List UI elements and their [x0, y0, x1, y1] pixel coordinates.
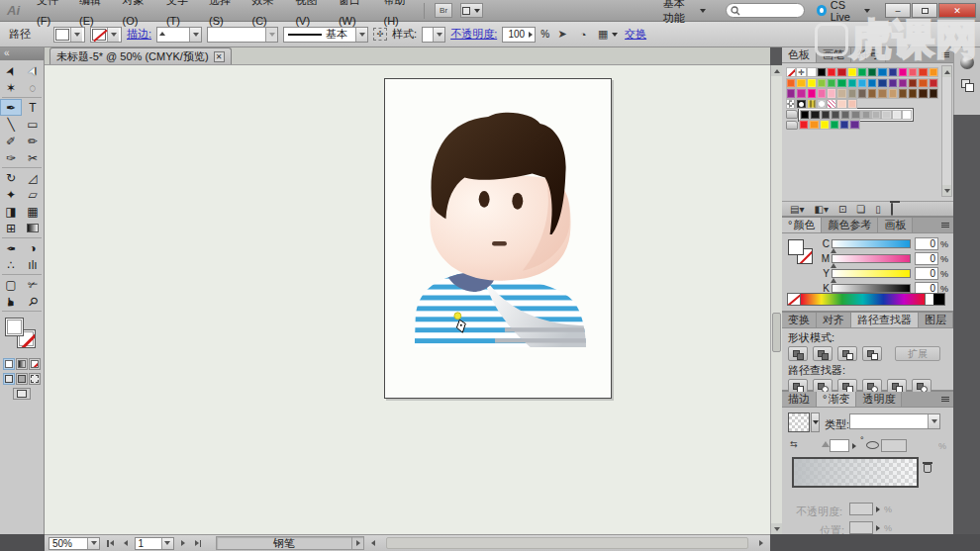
K-slider[interactable]	[832, 284, 911, 293]
swatch[interactable]	[796, 78, 806, 88]
menu-item-2[interactable]: 对象(O)	[114, 0, 157, 32]
swatch[interactable]	[836, 78, 846, 88]
reverse-gradient-icon[interactable]: ⇆	[790, 439, 798, 449]
zoom-level-select[interactable]: 50%	[49, 537, 100, 550]
gradient-opacity-input[interactable]	[849, 503, 873, 515]
swatch[interactable]	[839, 120, 849, 130]
gradient-thumbnail-dropdown[interactable]	[811, 413, 820, 432]
selection-tool[interactable]: ➤	[0, 62, 22, 79]
swatches-scrollbar[interactable]	[941, 65, 952, 197]
close-document-icon[interactable]: ✕	[214, 51, 225, 62]
fill-box[interactable]	[788, 239, 804, 255]
draw-normal-button[interactable]	[3, 373, 15, 385]
style-select[interactable]	[422, 27, 445, 43]
none-swatch[interactable]	[788, 294, 801, 305]
hand-tool[interactable]: ☛	[0, 293, 22, 310]
graphic-styles-icon[interactable]	[961, 79, 973, 91]
last-artboard-button[interactable]	[192, 540, 205, 547]
swatch[interactable]	[929, 88, 938, 98]
appearance-icon[interactable]	[960, 55, 974, 69]
type-tool[interactable]: T	[22, 99, 44, 116]
swatch[interactable]	[799, 120, 809, 130]
swatch[interactable]	[898, 67, 908, 77]
swatch[interactable]	[830, 120, 839, 130]
Y-value-input[interactable]: 0	[915, 267, 938, 280]
gradient-mode-button[interactable]	[16, 358, 28, 370]
dot-swatch[interactable]	[796, 99, 806, 109]
swatch[interactable]	[918, 67, 928, 77]
scroll-down-icon[interactable]	[942, 185, 951, 196]
none-swatch[interactable]	[786, 67, 796, 77]
swatch[interactable]	[908, 78, 918, 88]
swatch[interactable]	[857, 78, 867, 88]
menu-item-0[interactable]: 文件(F)	[28, 0, 70, 32]
lasso-tool[interactable]: ◌	[22, 79, 44, 96]
swatches-tab-1[interactable]: 画笔	[817, 47, 851, 62]
swatch-kinds-icon[interactable]: ◧▾	[814, 203, 828, 216]
minimize-button[interactable]: –	[885, 3, 911, 18]
scroll-right-icon[interactable]	[756, 540, 766, 546]
search-input[interactable]	[726, 3, 806, 18]
intersect-button[interactable]	[837, 346, 857, 361]
color-panel-menu-icon[interactable]	[937, 218, 953, 232]
swatch[interactable]	[857, 88, 867, 98]
swatch[interactable]	[908, 67, 918, 77]
swatch[interactable]	[820, 120, 830, 130]
swatch[interactable]	[877, 88, 887, 98]
pathfinder-tab-1[interactable]: 对齐	[817, 313, 851, 327]
swatch[interactable]	[929, 67, 938, 77]
gradient-type-select[interactable]	[849, 413, 940, 429]
gradient-tab-1[interactable]: 渐变	[817, 392, 856, 407]
rotate-tool[interactable]: ↻	[0, 169, 22, 186]
color-mode-button[interactable]	[3, 358, 15, 370]
menu-item-3[interactable]: 文字(T)	[157, 0, 200, 32]
swatch[interactable]	[867, 78, 877, 88]
swatch[interactable]	[888, 78, 898, 88]
fill-box[interactable]	[5, 318, 24, 336]
rectangle-tool[interactable]: ▭	[22, 116, 44, 133]
white-swatch[interactable]	[925, 294, 933, 305]
next-artboard-button[interactable]	[178, 540, 188, 546]
swatch[interactable]	[929, 78, 938, 88]
swatch[interactable]	[810, 110, 820, 120]
none-mode-button[interactable]	[29, 358, 41, 370]
swatch[interactable]	[827, 78, 836, 88]
mesh-tool[interactable]: ⊞	[0, 220, 22, 236]
swatch[interactable]	[892, 110, 902, 120]
transform-link[interactable]: 交换	[625, 27, 646, 42]
swatch[interactable]	[898, 88, 908, 98]
swatch[interactable]	[836, 99, 846, 109]
first-artboard-button[interactable]	[104, 540, 117, 547]
symbol-sprayer-tool[interactable]: ∴	[0, 256, 22, 273]
menu-item-6[interactable]: 视图(V)	[286, 0, 330, 32]
delete-stop-icon[interactable]	[924, 464, 931, 473]
pen-tool[interactable]: ✒	[0, 99, 22, 116]
status-options-icon[interactable]	[351, 537, 363, 549]
pencil-tool[interactable]: ✏	[22, 133, 44, 149]
swatch[interactable]	[817, 78, 827, 88]
menu-item-1[interactable]: 编辑(E)	[70, 0, 114, 32]
swatch[interactable]	[918, 88, 928, 98]
new-swatch-icon[interactable]: ▯	[875, 203, 881, 216]
swatches-tab-0[interactable]: 色板	[782, 47, 817, 62]
swatch[interactable]	[807, 67, 817, 77]
width-tool[interactable]: ✦	[0, 186, 22, 203]
menu-item-4[interactable]: 选择(S)	[200, 0, 244, 32]
color-tab-0[interactable]: 颜色	[782, 218, 822, 232]
swatch[interactable]	[877, 78, 887, 88]
swatch[interactable]	[849, 120, 859, 130]
swatch[interactable]	[898, 78, 908, 88]
fill-stroke-control[interactable]	[0, 316, 44, 355]
swatches-panel-menu-icon[interactable]	[937, 47, 953, 62]
swatch[interactable]	[786, 78, 796, 88]
blend-tool[interactable]: ◑	[22, 239, 44, 256]
horizontal-scrollbar[interactable]	[386, 537, 748, 549]
scroll-down-icon[interactable]	[771, 523, 782, 534]
swatch[interactable]	[786, 88, 796, 98]
draw-behind-button[interactable]	[16, 373, 28, 385]
new-color-group-icon[interactable]: ❏	[856, 203, 865, 216]
pathfinder-tab-0[interactable]: 变换	[782, 313, 817, 327]
close-button[interactable]: ✕	[938, 3, 976, 18]
free-transform-tool[interactable]: ▱	[22, 186, 44, 203]
black-swatch[interactable]	[933, 294, 944, 305]
